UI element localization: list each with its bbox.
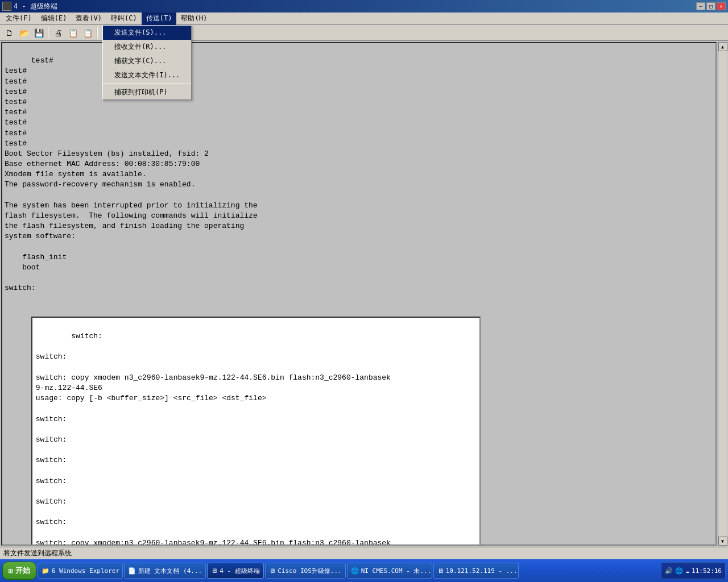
menu-separator <box>103 84 191 84</box>
taskbar-terminal[interactable]: 🖥 4 - 超级终端 <box>207 563 264 579</box>
status-text: 将文件发送到远程系统 <box>3 548 72 558</box>
maximize-button[interactable]: □ <box>706 2 715 10</box>
window-icon <box>2 2 11 11</box>
notepad-icon: 📄 <box>128 567 136 575</box>
menu-file[interactable]: 文件(F) <box>1 13 36 25</box>
toolbar-copy[interactable]: 📋 <box>66 27 80 39</box>
minimize-button[interactable]: — <box>696 2 705 10</box>
toolbar-open[interactable]: 📂 <box>17 27 31 39</box>
scrollbar-track <box>718 51 727 537</box>
start-button[interactable]: ⊞ 开始 <box>2 562 36 580</box>
inner-terminal[interactable]: switch: switch: switch: copy xmodem n3_c… <box>31 317 481 544</box>
cisco-label: Cisco IOS升级修... <box>278 567 341 575</box>
menu-send-file[interactable]: 发送文件(S)... <box>103 26 191 40</box>
menu-capture-text[interactable]: 捕获文字(C)... <box>103 54 191 68</box>
window-title: 4 - 超级终端 <box>14 2 57 11</box>
windows-logo: ⊞ <box>9 567 13 575</box>
clock: 11:52:16 <box>692 567 722 575</box>
scrollbar-up[interactable]: ▲ <box>718 42 727 51</box>
toolbar-sep1 <box>48 27 49 39</box>
terminal-label: 4 - 超级终端 <box>220 567 260 575</box>
system-tray: 🔊 🌐 ☁ 11:52:16 <box>661 562 726 579</box>
taskbar-explorer[interactable]: 📁 6 Windows Explorer <box>38 563 123 579</box>
taskbar: ⊞ 开始 📁 6 Windows Explorer 📄 新建 文本文档 (4..… <box>0 559 728 582</box>
close-button[interactable]: ✕ <box>717 2 726 10</box>
ni-cmes-label: NI CMES.COM - 未... <box>361 567 432 575</box>
taskbar-notepad[interactable]: 📄 新建 文本文档 (4... <box>124 563 206 579</box>
menu-capture-printer[interactable]: 捕获到打印机(P) <box>103 85 191 99</box>
menu-call[interactable]: 呼叫(C) <box>106 13 142 25</box>
explorer-icon: 📁 <box>42 567 49 575</box>
explorer-label: 6 Windows Explorer <box>52 567 119 575</box>
toolbar-paste[interactable]: 📋 <box>81 27 94 39</box>
toolbar-new[interactable]: 🗋 <box>2 27 16 39</box>
terminal-icon: 🖥 <box>211 567 217 575</box>
menu-send-text[interactable]: 发送文本文件(I)... <box>103 68 191 82</box>
toolbar-save[interactable]: 💾 <box>32 27 46 39</box>
ip-label: 10.121.52.119 - ... <box>446 567 518 575</box>
start-label: 开始 <box>15 566 30 576</box>
menu-view[interactable]: 查看(V) <box>71 13 106 25</box>
scrollbar-down[interactable]: ▼ <box>718 537 727 546</box>
taskbar-ip[interactable]: 🖥 10.121.52.119 - ... <box>433 563 519 579</box>
taskbar-cisco[interactable]: 🖥 Cisco IOS升级修... <box>265 563 345 579</box>
status-bar: 将文件发送到远程系统 <box>0 547 728 559</box>
terminal-outer: test# test# test# test# test# test# test… <box>1 42 717 546</box>
tray-yisunyun-icon: ☁ <box>685 567 689 575</box>
toolbar-sep2 <box>97 27 98 39</box>
ip-icon: 🖥 <box>437 567 444 575</box>
terminal-content[interactable]: test# test# test# test# test# test# test… <box>2 43 715 544</box>
notepad-label: 新建 文本文档 (4... <box>138 567 202 575</box>
cisco-icon: 🖥 <box>269 567 275 575</box>
menu-edit[interactable]: 编辑(E) <box>36 13 72 25</box>
menu-bar: 文件(F) 编辑(E) 查看(V) 呼叫(C) 传送(T) 帮助(H) 发送文件… <box>0 13 728 25</box>
tray-volume-icon: 🔊 <box>665 567 673 575</box>
menu-recv-file[interactable]: 接收文件(R)... <box>103 40 191 54</box>
ni-cmes-icon: 🌐 <box>351 567 359 575</box>
menu-help[interactable]: 帮助(H) <box>176 13 212 25</box>
scrollbar[interactable]: ▲ ▼ <box>718 42 727 546</box>
tray-network-icon: 🌐 <box>675 567 683 575</box>
menu-transfer[interactable]: 传送(T) <box>142 13 177 25</box>
taskbar-ni-cmes[interactable]: 🌐 NI CMES.COM - 未... <box>347 563 432 579</box>
title-bar: 4 - 超级终端 — □ ✕ <box>0 0 728 13</box>
inner-terminal-text: switch: switch: switch: copy xmodem n3_c… <box>36 332 391 544</box>
toolbar-print[interactable]: 🖨 <box>51 27 65 39</box>
transfer-dropdown: 发送文件(S)... 接收文件(R)... 捕获文字(C)... 发送文本文件(… <box>102 25 192 100</box>
